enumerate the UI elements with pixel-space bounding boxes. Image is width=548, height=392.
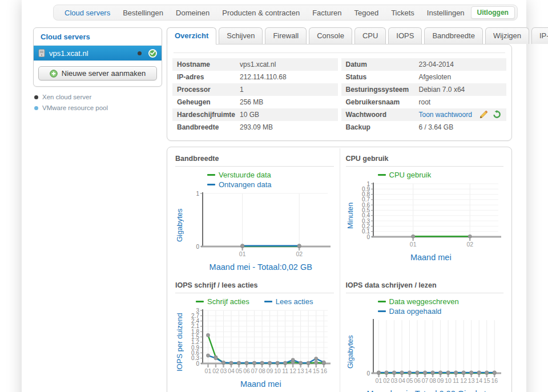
svg-text:04: 04 bbox=[228, 367, 235, 374]
nav-item-producten-contracten[interactable]: Producten & contracten bbox=[216, 9, 306, 17]
chart-legend-label: Schrijf acties bbox=[207, 297, 249, 306]
chart-plot-area: Minuten00.10.20.30.40.50.60.70.80.910102 bbox=[346, 180, 504, 252]
chart-iops-schrijf-lees-acties: IOPS schrijf / lees actiesSchrijf acties… bbox=[170, 275, 340, 392]
detail-row-hardeschijfruimte: Hardeschijfruimte10 GB bbox=[172, 108, 338, 121]
detail-value: 6 / 3.64 GB bbox=[419, 123, 454, 131]
detail-label: Status bbox=[346, 73, 419, 81]
svg-text:16: 16 bbox=[320, 367, 327, 374]
detail-row-gebruikersnaam: Gebruikersnaamroot bbox=[341, 96, 507, 108]
detail-value: vps1.xcat.nl bbox=[240, 60, 276, 68]
detail-label: Geheugen bbox=[177, 98, 240, 106]
nav-item-tickets[interactable]: Tickets bbox=[385, 9, 421, 17]
svg-text:05: 05 bbox=[406, 377, 413, 384]
detail-label: Gebruikersnaam bbox=[346, 98, 419, 106]
chart-legend-item-lees-acties: Lees acties bbox=[264, 297, 313, 306]
nav-items: Cloud serversBestellingenDomeinenProduct… bbox=[58, 9, 471, 17]
nav-item-facturen[interactable]: Facturen bbox=[306, 9, 348, 17]
tab-cpu[interactable]: CPU bbox=[354, 27, 386, 44]
chart-x-axis-label: Maand mei bbox=[346, 253, 504, 262]
nav-item-domeinen[interactable]: Domeinen bbox=[170, 9, 216, 17]
detail-label: Processor bbox=[177, 86, 240, 94]
tab-wijzigen[interactable]: Wijzigen bbox=[485, 27, 529, 44]
detail-value: 256 MB bbox=[240, 98, 263, 106]
svg-text:14: 14 bbox=[305, 367, 312, 374]
svg-text:1: 1 bbox=[196, 191, 199, 197]
detail-value: 10 GB bbox=[240, 111, 259, 119]
chart-title: IOPS data schrijven / lezen bbox=[346, 276, 504, 293]
tab-console[interactable]: Console bbox=[309, 27, 352, 44]
chart-x-axis-label: Maand mei - Totaal:0,02 GB bbox=[175, 262, 334, 272]
legend-dash-icon bbox=[378, 174, 386, 176]
bullet-icon bbox=[34, 95, 38, 99]
password-reveal-link[interactable]: Toon wachtwoord bbox=[419, 111, 472, 119]
regenerate-password-refresh-icon[interactable] bbox=[493, 110, 502, 119]
svg-text:03: 03 bbox=[220, 367, 227, 374]
new-server-button-label: Nieuwe server aanmaken bbox=[62, 69, 146, 78]
legend-dash-icon bbox=[378, 310, 386, 312]
detail-row-besturingssysteem: BesturingssysteemDebian 7.0 x64 bbox=[341, 83, 507, 96]
server-type-dot-icon bbox=[138, 51, 142, 55]
legend-item-label: VMware resource pool bbox=[42, 104, 108, 111]
detail-label: Hardeschijfruimte bbox=[177, 111, 240, 119]
chart-legend: Schrijf actiesLees acties bbox=[175, 297, 334, 306]
svg-text:02: 02 bbox=[296, 250, 303, 257]
server-status-check-icon bbox=[148, 49, 157, 58]
panel-divider bbox=[174, 52, 505, 53]
svg-text:01: 01 bbox=[205, 367, 212, 374]
svg-text:02: 02 bbox=[466, 241, 473, 248]
legend-dash-icon bbox=[378, 301, 386, 302]
tab-overzicht[interactable]: Overzicht bbox=[167, 27, 216, 45]
server-icon bbox=[38, 49, 45, 57]
svg-text:05: 05 bbox=[236, 367, 243, 374]
svg-text:11: 11 bbox=[453, 377, 459, 384]
nav-item-tegoed[interactable]: Tegoed bbox=[348, 9, 385, 17]
detail-value: Afgesloten bbox=[419, 73, 452, 81]
nav-item-cloud-servers[interactable]: Cloud servers bbox=[58, 9, 116, 17]
chart-legend: Data weggeschrevenData opgehaald bbox=[378, 297, 504, 316]
nav-item-instellingen[interactable]: Instellingen bbox=[421, 9, 471, 17]
edit-password-pencil-icon[interactable] bbox=[479, 110, 488, 119]
chart-x-axis-label: Maand mei bbox=[175, 379, 334, 389]
svg-text:06: 06 bbox=[243, 367, 250, 374]
tab-firewall[interactable]: Firewall bbox=[265, 27, 307, 44]
detail-row-status: StatusAfgesloten bbox=[341, 71, 507, 83]
server-list-item[interactable]: vps1.xcat.nl bbox=[34, 46, 162, 60]
tab-iops[interactable]: IOPS bbox=[388, 27, 422, 44]
server-type-legend: Xen cloud serverVMware resource pool bbox=[34, 94, 160, 111]
panel-title: Cloud servers bbox=[34, 28, 162, 46]
chart-y-axis-label: Minuten bbox=[346, 180, 356, 252]
chart-cpu-gebruik: CPU gebruikCPU gebruikMinuten00.10.20.30… bbox=[340, 148, 510, 275]
logout-button[interactable]: Uitloggen bbox=[471, 6, 515, 19]
chart-bandbreedte: BandbreedteVerstuurde dataOntvangen data… bbox=[170, 148, 340, 275]
detail-row-backup: Backup6 / 3.64 GB bbox=[341, 121, 507, 134]
chart-legend-label: Verstuurde data bbox=[219, 170, 271, 180]
chart-legend-item-data-opgehaald: Data opgehaald bbox=[378, 306, 504, 316]
chart-y-axis-label: IOPS per duizend bbox=[175, 306, 186, 378]
detail-row-processor: Processor1 bbox=[172, 83, 338, 96]
detail-label: Datum bbox=[346, 60, 419, 68]
new-server-button[interactable]: Nieuwe server aanmaken bbox=[38, 66, 157, 80]
svg-text:09: 09 bbox=[437, 377, 444, 384]
detail-value: Toon wachtwoord bbox=[419, 111, 472, 119]
svg-text:03: 03 bbox=[390, 377, 397, 384]
tab-schijven[interactable]: Schijven bbox=[219, 27, 263, 44]
legend-item-xen-cloud-server: Xen cloud server bbox=[34, 94, 160, 100]
tab-bandbreedte[interactable]: Bandbreedte bbox=[424, 27, 482, 44]
bullet-icon bbox=[34, 106, 38, 110]
chart-iops-data-schrijven-lezen: IOPS data schrijven / lezenData weggesch… bbox=[340, 275, 510, 392]
legend-item-label: Xen cloud server bbox=[42, 94, 91, 100]
chart-plot-area: IOPS per duizend00.30.60.91.21.51.82.12.… bbox=[175, 306, 334, 378]
chart-legend-label: Data weggeschreven bbox=[389, 297, 459, 306]
detail-label: Backup bbox=[346, 123, 419, 131]
svg-text:07: 07 bbox=[251, 367, 258, 374]
svg-text:01: 01 bbox=[409, 241, 416, 248]
svg-text:08: 08 bbox=[429, 377, 436, 384]
detail-label: Bandbreedte bbox=[177, 123, 240, 131]
svg-text:0: 0 bbox=[366, 370, 370, 377]
tab-ip-adressen[interactable]: IP-adressen bbox=[531, 27, 548, 44]
detail-value: root bbox=[419, 98, 431, 106]
nav-item-bestellingen[interactable]: Bestellingen bbox=[116, 9, 170, 17]
legend-dash-icon bbox=[196, 301, 204, 302]
chart-y-axis-label: Gigabytes bbox=[346, 316, 356, 388]
svg-text:04: 04 bbox=[398, 377, 405, 384]
